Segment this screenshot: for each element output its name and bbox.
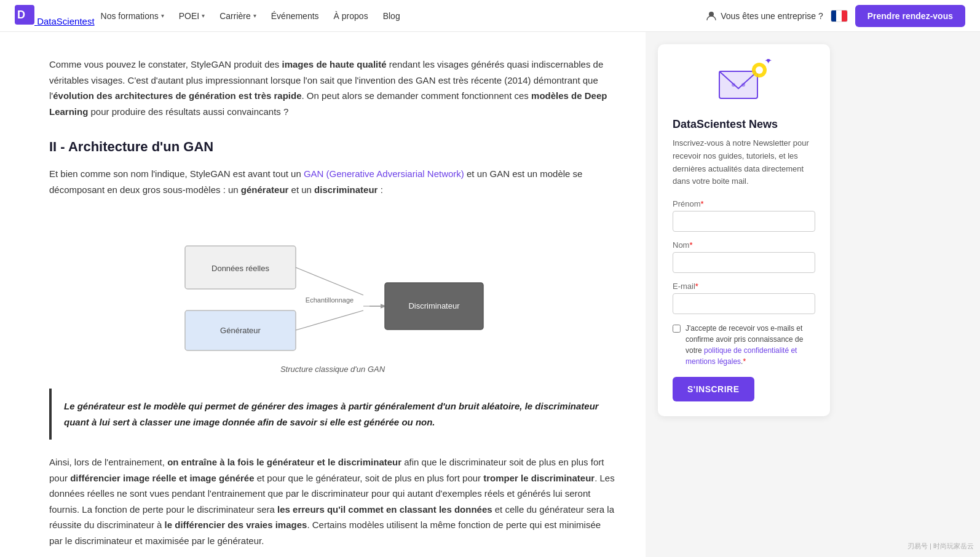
svg-text:Données réelles: Données réelles — [211, 264, 269, 273]
nom-input[interactable] — [673, 252, 815, 273]
watermark: 刃易号 | 时尚玩家岳云 — [907, 542, 974, 551]
cta-button[interactable]: Prendre rendez-vous — [855, 5, 965, 27]
navbar: D DataScientest Nos formations ▾ POEI ▾ … — [0, 0, 980, 32]
enterprise-link[interactable]: Vous êtes une entreprise ? — [706, 10, 823, 22]
nav-item-evenements[interactable]: Événements — [265, 7, 325, 25]
nav-item-formations[interactable]: Nos formations ▾ — [95, 7, 170, 25]
highlight-block: Le générateur est le modèle qui permet d… — [49, 389, 616, 440]
article-paragraph-1: Et bien comme son nom l'indique, StyleGA… — [49, 166, 616, 197]
nav-item-apropos[interactable]: À propos — [328, 7, 374, 25]
consent-row: J'accepte de recevoir vos e-mails et con… — [673, 323, 815, 367]
logo-link[interactable]: D DataScientest — [15, 5, 95, 26]
chevron-down-icon: ▾ — [253, 12, 256, 19]
gan-link[interactable]: GAN (Generative Adversiarial Network) — [304, 168, 464, 179]
svg-point-17 — [756, 66, 763, 74]
enterprise-icon — [706, 10, 717, 22]
gan-diagram: Données réelles Générateur Echantillonna… — [173, 212, 492, 360]
svg-point-19 — [732, 83, 735, 87]
submit-button[interactable]: S'INSCRIRE — [673, 377, 754, 401]
section-title: II - Architecture d'un GAN — [49, 139, 616, 155]
language-flag[interactable] — [831, 10, 848, 22]
nav-item-blog[interactable]: Blog — [377, 7, 406, 25]
svg-rect-14 — [719, 71, 757, 98]
page-wrapper: Comme vous pouvez le constater, StyleGAN… — [0, 32, 980, 557]
nav-right: Vous êtes une entreprise ? Prendre rende… — [706, 5, 965, 27]
prenom-group: Prénom* — [673, 199, 815, 232]
newsletter-icon: ✦ — [716, 59, 772, 108]
newsletter-title: DataScientest News — [673, 118, 815, 131]
newsletter-icon-area: ✦ — [673, 59, 815, 108]
svg-text:Générateur: Générateur — [220, 326, 261, 335]
svg-text:✦: ✦ — [764, 59, 772, 66]
svg-text:Echantillonnage: Echantillonnage — [306, 296, 354, 304]
svg-line-7 — [296, 267, 363, 295]
consent-label: J'accepte de recevoir vos e-mails et con… — [686, 323, 815, 367]
nav-items: Nos formations ▾ POEI ▾ Carrière ▾ Événe… — [95, 7, 706, 25]
consent-checkbox[interactable] — [673, 325, 681, 333]
email-input[interactable] — [673, 293, 815, 314]
diagram-caption: Structure classique d'un GAN — [280, 365, 385, 374]
svg-text:Discriminateur: Discriminateur — [408, 301, 460, 310]
article-bottom: Ainsi, lors de l'entrainement, on entraî… — [49, 454, 616, 548]
nom-label: Nom* — [673, 240, 815, 250]
chevron-down-icon: ▾ — [202, 12, 205, 19]
nom-group: Nom* — [673, 240, 815, 273]
privacy-link[interactable]: politique de confidentialité et mentions… — [686, 346, 797, 366]
diagram-container: Données réelles Générateur Echantillonna… — [49, 212, 616, 374]
sidebar: ✦ DataScientest News Inscrivez-vous à no… — [646, 32, 842, 557]
nav-item-poei[interactable]: POEI ▾ — [173, 7, 211, 25]
newsletter-desc: Inscrivez-vous à notre Newsletter pour r… — [673, 137, 815, 188]
chevron-down-icon: ▾ — [161, 12, 164, 19]
logo-text: DataScientest — [37, 16, 94, 26]
logo-icon: D — [15, 5, 34, 25]
svg-line-8 — [296, 310, 363, 330]
main-content: Comme vous pouvez le constater, StyleGAN… — [0, 32, 646, 557]
nav-item-carriere[interactable]: Carrière ▾ — [213, 7, 263, 25]
prenom-input[interactable] — [673, 211, 815, 232]
svg-point-20 — [741, 83, 745, 87]
email-group: E-mail* — [673, 282, 815, 314]
svg-text:D: D — [17, 9, 25, 21]
email-label: E-mail* — [673, 282, 815, 291]
newsletter-card: ✦ DataScientest News Inscrivez-vous à no… — [658, 44, 830, 416]
article-intro: Comme vous pouvez le constater, StyleGAN… — [49, 57, 616, 119]
prenom-label: Prénom* — [673, 199, 815, 208]
